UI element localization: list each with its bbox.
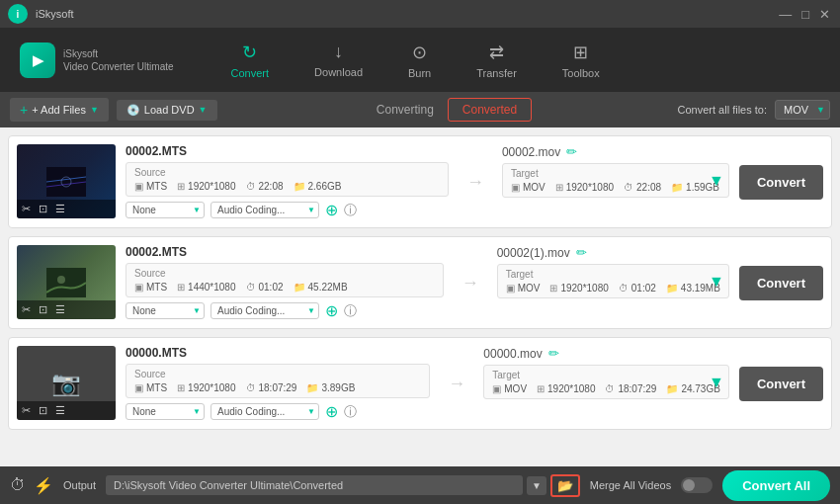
toolbar-left: + + Add Files ▼ 💿 Load DVD ▼ — [10, 98, 217, 122]
effect-select-3[interactable]: None — [126, 403, 205, 420]
convert-button-2[interactable]: Convert — [739, 266, 823, 300]
format-select-wrap[interactable]: MOV MP4 AVI MKV — [775, 100, 830, 120]
cut-icon-2[interactable]: ✂ — [22, 303, 31, 316]
tab-converting[interactable]: Converting — [363, 98, 448, 122]
t-res-icon-1: ⊞ — [555, 182, 563, 193]
tab-converted[interactable]: Converted — [448, 98, 532, 122]
load-dvd-dropdown-icon[interactable]: ▼ — [199, 105, 208, 115]
add-files-dropdown-icon[interactable]: ▼ — [90, 105, 99, 115]
transfer-nav-icon: ⇄ — [489, 42, 504, 63]
audio-plus-icon-1[interactable]: ⊕ — [325, 201, 338, 219]
close-btn[interactable]: ✕ — [817, 7, 832, 22]
dvd-icon: 💿 — [126, 104, 140, 117]
nav-transfer[interactable]: ⇄ Transfer — [459, 36, 535, 85]
edit-icon-3[interactable]: ✏ — [548, 346, 559, 361]
arrow-1: → — [459, 172, 492, 193]
output-path-input[interactable] — [106, 475, 523, 495]
target-label-1: Target — [511, 168, 720, 179]
target-box-3: Target ▣ MOV ⊞ 1920*1080 ⏱ 18:07:29 — [483, 365, 729, 399]
target-filename-1: 00002.mov — [502, 145, 560, 159]
target-label-3: Target — [492, 370, 720, 380]
nav-transfer-label: Transfer — [476, 67, 517, 79]
crop-icon-1[interactable]: ⊡ — [39, 203, 47, 215]
titlebar-left: i iSkysoft — [8, 4, 74, 24]
flash-icon[interactable]: ⚡ — [34, 476, 53, 495]
history-icon[interactable]: ⏱ — [10, 476, 26, 494]
size-icon-3: 📁 — [306, 382, 318, 393]
load-dvd-button[interactable]: 💿 Load DVD ▼ — [117, 100, 217, 121]
target-format-1: ▣ MOV — [511, 182, 546, 193]
audio-plus-icon-2[interactable]: ⊕ — [325, 301, 338, 320]
audio-info-icon-3[interactable]: ⓘ — [344, 403, 357, 421]
source-format-2: ▣ MTS — [134, 282, 167, 293]
crop-icon-3[interactable]: ⊡ — [39, 404, 47, 417]
effect-select-wrap-2[interactable]: None — [126, 302, 205, 319]
cut-icon-3[interactable]: ✂ — [22, 404, 31, 417]
target-area-2: 00002(1).mov ✏ Target ▣ MOV ⊞ 1920*1080 … — [497, 245, 729, 302]
app-title: iSkysoft — [36, 8, 74, 20]
folder-open-button[interactable]: 📂 — [550, 474, 580, 497]
settings-icon-3[interactable]: ☰ — [55, 404, 65, 417]
source-format-3: ▣ MTS — [134, 382, 167, 393]
target-name-row-3: 00000.mov ✏ — [483, 346, 729, 361]
format-select[interactable]: MOV MP4 AVI MKV — [775, 100, 830, 120]
audio-select-wrap-1[interactable]: Audio Coding... — [210, 202, 319, 218]
effect-select-wrap-3[interactable]: None — [126, 403, 205, 420]
nav-burn[interactable]: ⊙ Burn — [390, 36, 449, 85]
nav-download[interactable]: ↓ Download — [296, 36, 380, 85]
thumb-controls-1: ✂ ⊡ ☰ — [17, 200, 116, 218]
size-icon-2: 📁 — [294, 282, 305, 293]
target-dropdown-3[interactable]: ▼ — [709, 374, 724, 391]
convert-all-button[interactable]: Convert All — [722, 470, 830, 501]
settings-icon-2[interactable]: ☰ — [55, 303, 65, 316]
svg-rect-0 — [46, 167, 86, 197]
audio-select-wrap-3[interactable]: Audio Coding... — [210, 403, 319, 420]
audio-select-3[interactable]: Audio Coding... — [210, 403, 319, 420]
target-resolution-1: ⊞ 1920*1080 — [555, 182, 614, 193]
merge-toggle[interactable] — [681, 477, 713, 493]
target-resolution-3: ⊞ 1920*1080 — [537, 383, 595, 394]
main-content: ✂ ⊡ ☰ 00002.MTS Source ▣ MTS ⊞ 1920*1080 — [0, 127, 840, 466]
audio-select-1[interactable]: Audio Coding... — [210, 202, 319, 218]
audio-info-icon-2[interactable]: ⓘ — [344, 302, 357, 320]
res-icon-2: ⊞ — [177, 282, 185, 293]
nav-convert-label: Convert — [231, 67, 270, 79]
audio-select-2[interactable]: Audio Coding... — [210, 302, 319, 319]
maximize-btn[interactable]: □ — [799, 7, 811, 22]
titlebar: i iSkysoft — □ ✕ — [0, 0, 840, 28]
cut-icon-1[interactable]: ✂ — [22, 203, 31, 215]
thumb-controls-2: ✂ ⊡ ☰ — [17, 300, 116, 319]
target-dropdown-2[interactable]: ▼ — [709, 273, 724, 291]
output-dropdown-btn[interactable]: ▼ — [527, 476, 546, 495]
navbar: ▶ iSkysoft Video Converter Ultimate ↻ Co… — [0, 28, 840, 92]
audio-info-icon-1[interactable]: ⓘ — [344, 202, 357, 219]
add-files-button[interactable]: + + Add Files ▼ — [10, 98, 109, 122]
window-controls[interactable]: — □ ✕ — [777, 7, 832, 22]
target-props-2: ▣ MOV ⊞ 1920*1080 ⏱ 01:02 📁 43.19MB — [506, 283, 720, 294]
effect-select-wrap-1[interactable]: None — [126, 202, 205, 218]
toolbar-right: Convert all files to: MOV MP4 AVI MKV — [678, 100, 830, 120]
crop-icon-2[interactable]: ⊡ — [39, 303, 47, 316]
effect-select-2[interactable]: None — [126, 302, 205, 319]
edit-icon-1[interactable]: ✏ — [566, 144, 577, 159]
target-area-3: 00000.mov ✏ Target ▣ MOV ⊞ 1920*1080 ⏱ — [483, 346, 729, 403]
target-dropdown-1[interactable]: ▼ — [709, 172, 724, 190]
video-camera-icon: 📷 — [51, 370, 81, 397]
convert-button-3[interactable]: Convert — [739, 367, 823, 401]
edit-icon-2[interactable]: ✏ — [576, 245, 587, 260]
nav-toolbox-label: Toolbox — [562, 67, 600, 79]
nav-convert[interactable]: ↻ Convert — [213, 36, 288, 85]
size-icon-1: 📁 — [294, 181, 305, 192]
audio-select-wrap-2[interactable]: Audio Coding... — [210, 302, 319, 319]
svg-point-5 — [57, 276, 65, 284]
settings-icon-1[interactable]: ☰ — [55, 203, 65, 215]
target-filename-3: 00000.mov — [483, 347, 542, 361]
convert-button-1[interactable]: Convert — [739, 165, 823, 200]
target-duration-2: ⏱ 01:02 — [619, 283, 656, 294]
audio-plus-icon-3[interactable]: ⊕ — [325, 402, 338, 421]
load-dvd-label: Load DVD — [144, 104, 195, 116]
minimize-btn[interactable]: — — [777, 7, 794, 22]
effect-select-1[interactable]: None — [126, 202, 205, 218]
target-props-1: ▣ MOV ⊞ 1920*1080 ⏱ 22:08 📁 1.59GB — [511, 182, 720, 193]
nav-toolbox[interactable]: ⊞ Toolbox — [545, 36, 618, 85]
